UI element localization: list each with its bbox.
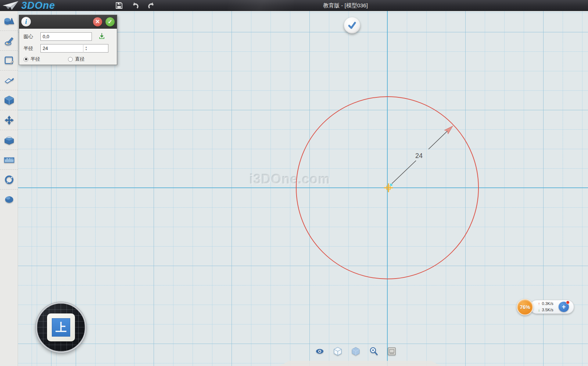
sidebar-item-combine[interactable]: [0, 130, 18, 150]
ring-icon: [4, 175, 14, 184]
primitives-icon: [4, 17, 14, 25]
measure-ruler-icon: [4, 157, 14, 163]
cancel-button[interactable]: ✕: [93, 17, 102, 26]
upload-speed: 0.3K/s: [542, 301, 553, 307]
document-title: 教育版 - [模型036]: [0, 0, 588, 11]
dialog-body: 圆心 半径 ▲▼ 半径 直径: [19, 29, 117, 65]
radius-spinner[interactable]: ▲▼: [83, 44, 89, 53]
info-button[interactable]: i: [21, 17, 31, 26]
ok-check-icon: ✓: [108, 18, 112, 25]
sketch-icon: [4, 36, 14, 46]
eye-icon: [316, 348, 324, 354]
sidebar-item-feature[interactable]: [0, 90, 18, 110]
radius-input[interactable]: [40, 44, 108, 53]
quick-toolbar: [111, 1, 159, 10]
redo-button[interactable]: [147, 1, 156, 10]
notification-dot: [566, 301, 570, 304]
dialog-header: i ✕ ✓: [19, 15, 117, 29]
paper-plane-icon: [2, 0, 19, 11]
sidebar-item-ring[interactable]: [0, 170, 18, 190]
upload-arrow-icon: ↑: [538, 301, 540, 307]
download-arrow-icon: ↓: [538, 307, 540, 313]
spinner-up-icon: ▲: [85, 46, 87, 49]
sidebar-item-sketch[interactable]: [0, 31, 18, 51]
shaded-cube-icon: [352, 347, 360, 356]
putty-knife-icon: [4, 76, 14, 85]
undo-icon: [131, 2, 139, 9]
radio-diameter[interactable]: [68, 57, 73, 62]
ok-button[interactable]: ✓: [105, 17, 115, 26]
confirm-check-button[interactable]: [344, 17, 360, 33]
speed-rows: ↑ 0.3K/s ↓ 3.5K/s: [538, 301, 553, 313]
feature-cube-icon: [4, 96, 14, 105]
sphere-icon: [4, 195, 14, 204]
spinner-down-icon: ▼: [85, 49, 87, 51]
sketch-circle[interactable]: [296, 96, 479, 279]
pick-arrow-icon: [98, 33, 105, 39]
pick-point-button[interactable]: [98, 33, 105, 40]
center-input[interactable]: [40, 32, 92, 41]
bottom-tray-shadow: [279, 361, 441, 366]
screen-keyboard-icon: [388, 347, 396, 355]
sidebar-item-edit-sketch[interactable]: [0, 51, 18, 71]
screen-keyboard-button[interactable]: [388, 347, 396, 355]
titlebar: 3DOne 教育版 - [模型036]: [0, 0, 588, 11]
wireframe-cube-icon: [334, 347, 342, 356]
cancel-icon: ✕: [95, 18, 100, 25]
view-navigation-cube[interactable]: 上: [36, 302, 86, 353]
zoom-button[interactable]: [370, 347, 378, 355]
radius-field-label: 半径: [24, 45, 40, 52]
move-icon: [4, 115, 14, 125]
viewcube-face-label: 上: [52, 318, 70, 337]
circle-parameters-dialog: i ✕ ✓ 圆心 半径 ▲▼ 半径: [19, 15, 117, 65]
save-icon: [115, 2, 123, 9]
download-manager-widget: ↑ 0.3K/s ↓ 3.5K/s 76% +: [517, 299, 576, 317]
save-button[interactable]: [115, 1, 123, 10]
view-mini-toolbar: [316, 347, 396, 355]
sidebar-item-primitives[interactable]: [0, 11, 18, 31]
sidebar-item-move[interactable]: [0, 110, 18, 130]
center-field-label: 圆心: [24, 33, 40, 40]
redo-icon: [147, 2, 155, 9]
combine-box-icon: [4, 135, 14, 145]
tool-sidebar: [0, 11, 18, 366]
viewcube-face-top[interactable]: 上: [47, 313, 75, 341]
app-name: 3DOne: [21, 0, 55, 11]
app-logo: 3DOne: [2, 0, 76, 11]
undo-button[interactable]: [131, 1, 140, 10]
shaded-display-button[interactable]: [352, 347, 360, 355]
check-icon: [347, 21, 357, 30]
progress-badge[interactable]: 76%: [517, 299, 533, 315]
sidebar-item-measure[interactable]: [0, 150, 18, 170]
wireframe-display-button[interactable]: [334, 347, 342, 355]
radio-radius-label: 半径: [31, 56, 40, 62]
sidebar-item-putty-knife[interactable]: [0, 71, 18, 90]
radio-diameter-label: 直径: [75, 56, 85, 62]
edit-sketch-icon: [4, 56, 14, 65]
visibility-button[interactable]: [316, 347, 324, 355]
radio-radius[interactable]: [24, 57, 28, 62]
download-speed: 3.5K/s: [542, 307, 553, 313]
zoom-icon: [370, 347, 378, 356]
sidebar-item-sphere[interactable]: [0, 190, 18, 209]
